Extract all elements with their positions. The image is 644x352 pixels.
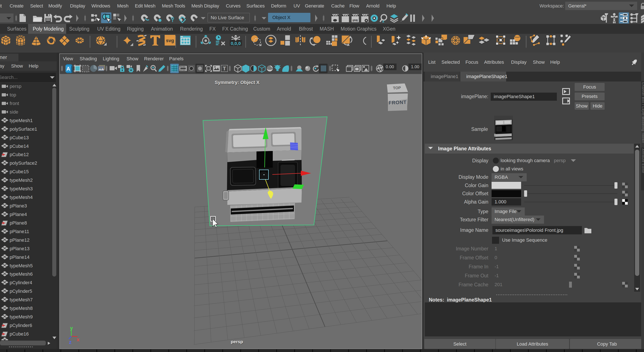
svg-text:T: T: [223, 66, 226, 71]
svg-text:A: A: [66, 66, 70, 72]
svg-text:x: x: [77, 337, 80, 342]
svg-text:TOP: TOP: [393, 86, 401, 90]
svg-text:svg: svg: [166, 38, 174, 43]
svg-text:IPR: IPR: [352, 19, 358, 22]
svg-text:x: x: [382, 19, 384, 23]
svg-text:y: y: [70, 325, 73, 331]
svg-text:0,0,0: 0,0,0: [231, 41, 241, 46]
svg-text:FRONT: FRONT: [388, 99, 406, 106]
svg-text:z: z: [69, 339, 72, 345]
